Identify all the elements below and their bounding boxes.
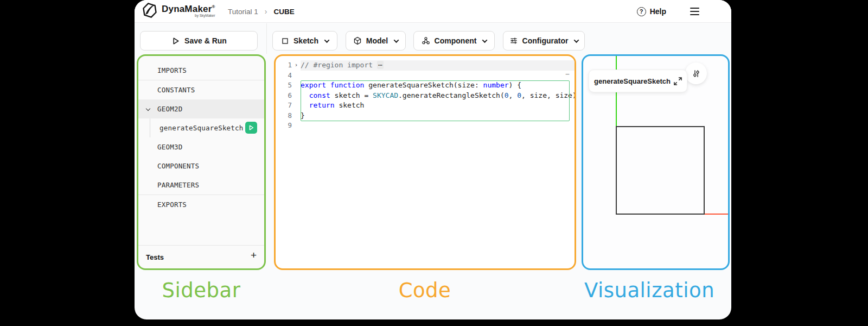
chevron-down-icon xyxy=(482,37,488,43)
visualization-panel[interactable]: generateSquareSketch xyxy=(582,54,730,270)
code-line-1[interactable]: 1 › // #region import ⋯ xyxy=(276,60,575,71)
chevron-down-icon xyxy=(324,37,330,43)
x-axis-line xyxy=(705,214,728,215)
expand-icon[interactable] xyxy=(674,77,682,85)
top-bar: DynaMaker® by SkyMaker Tutorial 1 › CUBE… xyxy=(135,0,731,23)
viz-settings-button[interactable] xyxy=(685,62,707,84)
model-cube-icon xyxy=(353,36,362,45)
code-area[interactable]: 1 › // #region import ⋯ 4 5 export funct… xyxy=(276,56,575,268)
help-button[interactable]: ? Help xyxy=(637,7,666,16)
annotation-sidebar-label: Sidebar xyxy=(162,279,241,302)
chevron-down-icon xyxy=(574,37,579,43)
tests-label: Tests xyxy=(146,253,164,261)
sidebar-spacer xyxy=(138,214,264,245)
code-editor-panel[interactable]: 1 › // #region import ⋯ 4 5 export funct… xyxy=(274,54,576,270)
save-and-run-button[interactable]: Save & Run xyxy=(140,31,258,51)
line-number: 6 xyxy=(276,91,292,101)
play-icon xyxy=(171,36,180,46)
annotation-code-label: Code xyxy=(399,279,451,302)
sidebar-item-geom2d[interactable]: GEOM2D xyxy=(138,99,264,118)
model-menu-button[interactable]: Model xyxy=(346,31,406,51)
folded-region-badge[interactable]: ⋯ xyxy=(377,61,384,69)
code-line-5[interactable]: 5 export function generateSquareSketch(s… xyxy=(276,80,575,91)
code-line-8[interactable]: 8 } xyxy=(276,111,575,121)
app-window: DynaMaker® by SkyMaker Tutorial 1 › CUBE… xyxy=(135,0,731,319)
sidebar-panel: IMPORTS CONSTANTS GEOM2D generateSquareS… xyxy=(137,54,266,270)
sidebar-item-components[interactable]: COMPONENTS xyxy=(138,156,264,175)
configurator-sliders-icon xyxy=(509,36,518,45)
sidebar-item-exports[interactable]: EXPORTS xyxy=(138,195,264,214)
viz-function-card[interactable]: generateSquareSketch xyxy=(589,70,687,92)
dynamaker-logo-icon xyxy=(142,3,158,18)
toolbar: Save & Run Sketch Model xyxy=(135,23,731,54)
square-sketch-shape xyxy=(616,126,705,215)
chevron-down-icon xyxy=(146,106,150,111)
run-function-button[interactable] xyxy=(245,122,257,134)
line-number: 8 xyxy=(276,111,292,121)
add-test-button[interactable]: + xyxy=(251,250,257,260)
code-line-4[interactable]: 4 xyxy=(276,71,575,81)
component-molecule-icon xyxy=(422,36,430,45)
help-label: Help xyxy=(650,7,666,16)
sidebar-item-parameters[interactable]: PARAMETERS xyxy=(138,175,264,195)
code-line-6[interactable]: 6 const sketch = SKYCAD.generateRectangl… xyxy=(276,91,575,101)
help-icon: ? xyxy=(637,7,646,16)
breadcrumb: Tutorial 1 › CUBE xyxy=(228,0,295,23)
line-number: 5 xyxy=(276,80,292,91)
breadcrumb-separator-icon: › xyxy=(265,7,267,16)
line-number: 1 xyxy=(276,60,292,71)
logo-text: DynaMaker® by SkyMaker xyxy=(162,4,215,17)
sketch-square-icon xyxy=(281,37,289,45)
sidebar-item-generate-square-sketch[interactable]: generateSquareSketch xyxy=(138,118,264,137)
tests-section: Tests + xyxy=(138,246,264,268)
configurator-menu-button[interactable]: Configurator xyxy=(503,31,585,51)
sliders-icon xyxy=(692,69,701,78)
code-line-7[interactable]: 7 return sketch xyxy=(276,101,575,111)
viz-function-label: generateSquareSketch xyxy=(594,77,671,85)
sidebar-item-geom3d[interactable]: GEOM3D xyxy=(138,137,264,156)
topbar-right: ? Help xyxy=(637,0,701,23)
chevron-down-icon xyxy=(394,37,399,43)
fold-chevron-icon[interactable]: › xyxy=(292,60,301,71)
breadcrumb-current: CUBE xyxy=(273,8,294,16)
dynamaker-logo[interactable]: DynaMaker® by SkyMaker xyxy=(142,3,215,18)
logo-name: DynaMaker® xyxy=(162,4,215,15)
sketch-menu-button[interactable]: Sketch xyxy=(272,31,337,51)
line-number: 4 xyxy=(276,71,292,81)
sidebar-item-constants[interactable]: CONSTANTS xyxy=(138,80,264,99)
screenshot-canvas: DynaMaker® by SkyMaker Tutorial 1 › CUBE… xyxy=(0,0,868,326)
line-number: 7 xyxy=(276,101,292,111)
code-line-9[interactable]: 9 xyxy=(276,121,575,131)
play-icon xyxy=(248,124,254,131)
annotation-visualization-label: Visualization xyxy=(584,279,714,302)
menu-icon[interactable] xyxy=(688,5,701,17)
sidebar-item-imports[interactable]: IMPORTS xyxy=(138,61,264,80)
collapse-icon[interactable]: − xyxy=(565,70,570,78)
breadcrumb-project[interactable]: Tutorial 1 xyxy=(228,8,258,16)
toolbar-divider xyxy=(266,23,267,54)
component-menu-button[interactable]: Component xyxy=(413,31,495,51)
line-number: 9 xyxy=(276,121,292,131)
